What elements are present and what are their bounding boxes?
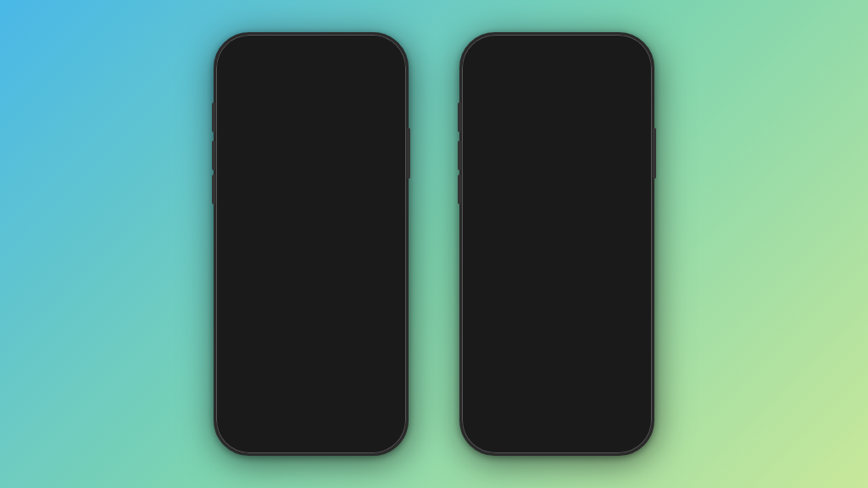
phone-screen-right: 14:42 ▌▌▌ 📶 4G ‹ Settings Wallpaper CURR… <box>464 36 650 452</box>
dot-1-left <box>287 235 291 239</box>
app-icon-7 <box>323 182 335 194</box>
customize-home-right[interactable]: Customize <box>568 202 609 212</box>
widget-cell-3 <box>599 163 615 175</box>
accent-bar-red-r-left <box>395 133 398 158</box>
status-icons-left: ▌▌▌ 📶 4G <box>344 47 389 56</box>
app-icon-9 <box>352 182 364 194</box>
chevron-icon-left: ‹ <box>226 66 230 77</box>
homescreen-card-left[interactable]: Customize <box>314 120 373 226</box>
dot-6-right <box>570 225 575 230</box>
accent-bar-green-left <box>225 161 227 186</box>
accent-bar-green-rr <box>641 152 643 177</box>
widget-cell-1 <box>563 163 579 175</box>
signal-icon-left: ▌▌▌ <box>344 47 360 55</box>
lockscreen-card-left[interactable]: Tuesday, 9 January 09:41 Customize <box>249 120 309 226</box>
left-accents-left <box>225 130 227 218</box>
home-widget-area-right <box>563 136 615 200</box>
app-icon-3 <box>352 153 364 165</box>
dot-6-left <box>325 235 329 239</box>
customize-lock-right[interactable]: Customize <box>504 202 545 212</box>
dot-7-left <box>332 235 337 239</box>
widget-row-2-right <box>563 176 615 188</box>
widget-top-right <box>563 136 615 160</box>
battery-icon-right: 4G <box>620 47 635 56</box>
widget-cell-wide-1 <box>563 176 598 188</box>
app-icon-5 <box>337 168 349 180</box>
lock-time-right: 09:41 <box>495 123 554 140</box>
app-icon-1 <box>323 153 335 165</box>
accent-bar-green-r-left <box>395 161 398 186</box>
app-icon-6 <box>352 168 364 180</box>
right-accents-right <box>641 120 643 208</box>
accent-bar-red-left <box>225 133 227 158</box>
dot-2-right <box>540 225 544 230</box>
accent-bar-blue-rr <box>641 180 643 205</box>
page-dots-left <box>287 235 337 239</box>
dot-3-left <box>302 235 306 239</box>
widget-row-1-right <box>563 163 615 175</box>
dot-3-right <box>548 225 552 230</box>
accent-bar-blue-left <box>225 189 227 214</box>
lockscreen-card-right[interactable]: Tuesday, 9 January 09:41 0 APM 70% Custo… <box>495 111 554 217</box>
back-label-left: Settings <box>231 67 265 77</box>
accent-bar-red-right <box>470 124 473 149</box>
dot-4-left-active <box>309 235 314 239</box>
dot-5-right <box>563 225 567 230</box>
wallpaper-cards-left: Tuesday, 9 January 09:41 Customize <box>231 120 392 226</box>
lock-widgets-right: 0 APM 70% <box>498 185 552 191</box>
dot-2-left <box>294 235 298 239</box>
homescreen-card-right[interactable]: Customize <box>559 111 619 217</box>
right-accents-left <box>395 130 398 218</box>
widget-row-3-right <box>563 190 615 202</box>
customize-lock-left[interactable]: Customize <box>258 212 299 221</box>
notch-right <box>523 36 591 55</box>
page-title-right: Wallpaper <box>531 65 583 78</box>
status-icons-right: ▌▌▌ 📶 4G <box>590 47 635 56</box>
accent-bar-green-right <box>470 152 473 177</box>
widget-cell-5 <box>563 190 579 202</box>
nav-bar-right: ‹ Settings Wallpaper <box>464 62 650 84</box>
add-wallpaper-button-right[interactable]: + Add New Wallpaper <box>497 238 617 260</box>
wifi-icon-right: 📶 <box>609 47 618 55</box>
status-time-right: 14:42 <box>479 46 503 56</box>
current-section-label: CURRENT <box>537 94 577 103</box>
set-current-button-left[interactable]: Set as Current <box>271 94 351 112</box>
accent-bar-blue-right <box>470 180 473 205</box>
page-dots-right <box>532 225 582 230</box>
dot-1-right <box>532 225 537 230</box>
dot-5-left <box>317 235 321 239</box>
nav-bar-left: ‹ Settings Wallpaper <box>218 62 404 84</box>
dot-7-right-active <box>578 225 582 230</box>
content-area-right: CURRENT Tuesday, 9 January 09:41 <box>464 84 650 270</box>
widget-cell-2 <box>581 163 597 175</box>
time-overlay-left: Tuesday, 9 January 09:41 <box>249 127 309 149</box>
dot-4-right <box>555 225 559 230</box>
content-area-left: Set as Current Tuesday, 9 January 09:41 <box>218 84 404 280</box>
phone-right: 14:42 ▌▌▌ 📶 4G ‹ Settings Wallpaper CURR… <box>459 32 654 456</box>
back-button-left[interactable]: ‹ Settings <box>226 66 265 77</box>
battery-icon-left: 4G <box>375 47 389 56</box>
app-icon-4 <box>323 168 335 180</box>
wallpaper-cards-right: Tuesday, 9 January 09:41 0 APM 70% Custo… <box>476 111 637 217</box>
notch-left <box>277 36 345 55</box>
wifi-icon-left: 📶 <box>363 47 372 55</box>
widget-cell-4 <box>599 176 615 188</box>
phone-left: 14:42 ▌▌▌ 📶 4G ‹ Settings Wallpaper Set … <box>214 32 409 456</box>
signal-icon-right: ▌▌▌ <box>590 47 606 55</box>
widget-cell-7 <box>599 190 615 202</box>
phone-screen-left: 14:42 ▌▌▌ 📶 4G ‹ Settings Wallpaper Set … <box>218 36 404 452</box>
left-accents-right <box>470 120 473 208</box>
back-label-right: Settings <box>477 67 511 77</box>
chevron-icon-right: ‹ <box>472 66 476 77</box>
page-title-left: Wallpaper <box>285 65 337 78</box>
accent-bar-blue-r-left <box>395 189 398 214</box>
app-icon-8 <box>337 182 349 194</box>
lock-time-left: 09:41 <box>249 132 309 149</box>
app-icon-2 <box>337 153 349 165</box>
widget-cell-6 <box>581 190 597 202</box>
app-grid-left <box>323 153 364 194</box>
back-button-right[interactable]: ‹ Settings <box>472 66 511 77</box>
accent-bar-red-rr <box>641 124 643 149</box>
add-wallpaper-button-left[interactable]: + Add New Wallpaper <box>251 247 371 269</box>
customize-home-left[interactable]: Customize <box>322 212 364 221</box>
